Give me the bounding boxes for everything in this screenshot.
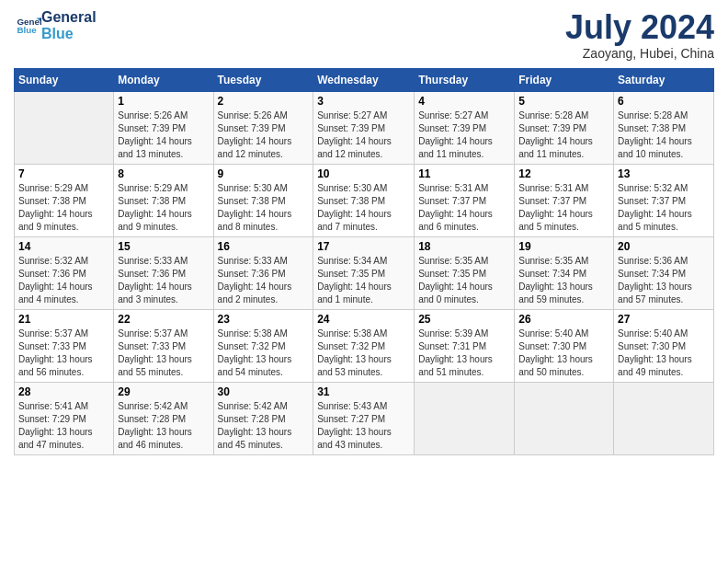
col-sunday: Sunday bbox=[15, 68, 114, 91]
logo-blue: Blue bbox=[41, 26, 97, 42]
day-number: 18 bbox=[418, 240, 510, 253]
calendar-cell: 19Sunrise: 5:35 AM Sunset: 7:34 PM Dayli… bbox=[515, 236, 614, 309]
calendar-cell: 16Sunrise: 5:33 AM Sunset: 7:36 PM Dayli… bbox=[213, 236, 313, 309]
day-info: Sunrise: 5:28 AM Sunset: 7:39 PM Dayligh… bbox=[518, 109, 609, 161]
calendar-week-5: 28Sunrise: 5:41 AM Sunset: 7:29 PM Dayli… bbox=[15, 382, 714, 454]
calendar-cell: 17Sunrise: 5:34 AM Sunset: 7:35 PM Dayli… bbox=[313, 236, 415, 309]
day-number: 12 bbox=[518, 167, 609, 180]
day-info: Sunrise: 5:37 AM Sunset: 7:33 PM Dayligh… bbox=[118, 327, 209, 379]
title-area: July 2024 Zaoyang, Hubei, China bbox=[565, 9, 714, 61]
day-number: 10 bbox=[317, 167, 410, 180]
day-info: Sunrise: 5:37 AM Sunset: 7:33 PM Dayligh… bbox=[18, 327, 109, 379]
calendar-cell: 29Sunrise: 5:42 AM Sunset: 7:28 PM Dayli… bbox=[114, 382, 213, 454]
day-number: 8 bbox=[118, 167, 209, 180]
day-info: Sunrise: 5:36 AM Sunset: 7:34 PM Dayligh… bbox=[618, 255, 710, 306]
calendar-cell: 4Sunrise: 5:27 AM Sunset: 7:39 PM Daylig… bbox=[415, 91, 515, 164]
calendar-cell: 27Sunrise: 5:40 AM Sunset: 7:30 PM Dayli… bbox=[614, 309, 714, 382]
calendar-header-row: Sunday Monday Tuesday Wednesday Thursday… bbox=[15, 68, 714, 91]
calendar-cell: 22Sunrise: 5:37 AM Sunset: 7:33 PM Dayli… bbox=[114, 309, 213, 382]
calendar-cell: 11Sunrise: 5:31 AM Sunset: 7:37 PM Dayli… bbox=[415, 164, 515, 236]
day-number: 26 bbox=[518, 313, 609, 326]
col-saturday: Saturday bbox=[614, 68, 714, 91]
calendar-cell: 15Sunrise: 5:33 AM Sunset: 7:36 PM Dayli… bbox=[114, 236, 213, 309]
col-wednesday: Wednesday bbox=[313, 68, 415, 91]
day-info: Sunrise: 5:26 AM Sunset: 7:39 PM Dayligh… bbox=[218, 109, 310, 161]
day-info: Sunrise: 5:42 AM Sunset: 7:28 PM Dayligh… bbox=[118, 400, 209, 452]
day-info: Sunrise: 5:33 AM Sunset: 7:36 PM Dayligh… bbox=[118, 255, 209, 306]
day-number: 29 bbox=[118, 385, 209, 398]
col-tuesday: Tuesday bbox=[213, 68, 313, 91]
calendar-cell: 18Sunrise: 5:35 AM Sunset: 7:35 PM Dayli… bbox=[415, 236, 515, 309]
day-info: Sunrise: 5:32 AM Sunset: 7:37 PM Dayligh… bbox=[618, 182, 710, 234]
day-info: Sunrise: 5:30 AM Sunset: 7:38 PM Dayligh… bbox=[218, 182, 310, 234]
day-number: 6 bbox=[618, 95, 710, 108]
day-info: Sunrise: 5:29 AM Sunset: 7:38 PM Dayligh… bbox=[18, 182, 109, 234]
calendar-cell: 30Sunrise: 5:42 AM Sunset: 7:28 PM Dayli… bbox=[213, 382, 313, 454]
day-info: Sunrise: 5:26 AM Sunset: 7:39 PM Dayligh… bbox=[118, 109, 209, 161]
calendar-cell: 14Sunrise: 5:32 AM Sunset: 7:36 PM Dayli… bbox=[15, 236, 114, 309]
calendar-cell: 20Sunrise: 5:36 AM Sunset: 7:34 PM Dayli… bbox=[614, 236, 714, 309]
day-info: Sunrise: 5:27 AM Sunset: 7:39 PM Dayligh… bbox=[317, 109, 410, 161]
day-number: 7 bbox=[18, 167, 109, 180]
day-number: 23 bbox=[218, 313, 310, 326]
day-info: Sunrise: 5:40 AM Sunset: 7:30 PM Dayligh… bbox=[618, 327, 710, 379]
calendar-cell: 6Sunrise: 5:28 AM Sunset: 7:38 PM Daylig… bbox=[614, 91, 714, 164]
calendar-cell: 7Sunrise: 5:29 AM Sunset: 7:38 PM Daylig… bbox=[15, 164, 114, 236]
logo-general: General bbox=[41, 9, 97, 26]
day-info: Sunrise: 5:33 AM Sunset: 7:36 PM Dayligh… bbox=[218, 255, 310, 306]
calendar-cell: 28Sunrise: 5:41 AM Sunset: 7:29 PM Dayli… bbox=[15, 382, 114, 454]
day-info: Sunrise: 5:38 AM Sunset: 7:32 PM Dayligh… bbox=[317, 327, 410, 379]
day-info: Sunrise: 5:42 AM Sunset: 7:28 PM Dayligh… bbox=[218, 400, 310, 452]
day-number: 9 bbox=[218, 167, 310, 180]
col-thursday: Thursday bbox=[415, 68, 515, 91]
day-number: 1 bbox=[118, 95, 209, 108]
day-number: 4 bbox=[418, 95, 510, 108]
day-number: 3 bbox=[317, 95, 410, 108]
calendar-cell bbox=[614, 382, 714, 454]
calendar-cell: 1Sunrise: 5:26 AM Sunset: 7:39 PM Daylig… bbox=[114, 91, 213, 164]
calendar-cell: 12Sunrise: 5:31 AM Sunset: 7:37 PM Dayli… bbox=[515, 164, 614, 236]
day-info: Sunrise: 5:29 AM Sunset: 7:38 PM Dayligh… bbox=[118, 182, 209, 234]
day-info: Sunrise: 5:35 AM Sunset: 7:34 PM Dayligh… bbox=[518, 255, 609, 306]
logo-icon: General Blue bbox=[16, 13, 41, 39]
subtitle: Zaoyang, Hubei, China bbox=[565, 46, 714, 61]
day-info: Sunrise: 5:40 AM Sunset: 7:30 PM Dayligh… bbox=[518, 327, 609, 379]
calendar-cell: 8Sunrise: 5:29 AM Sunset: 7:38 PM Daylig… bbox=[114, 164, 213, 236]
day-info: Sunrise: 5:31 AM Sunset: 7:37 PM Dayligh… bbox=[418, 182, 510, 234]
day-number: 27 bbox=[618, 313, 710, 326]
day-number: 22 bbox=[118, 313, 209, 326]
day-info: Sunrise: 5:31 AM Sunset: 7:37 PM Dayligh… bbox=[518, 182, 609, 234]
logo: General Blue General Blue bbox=[14, 9, 97, 41]
calendar-cell: 24Sunrise: 5:38 AM Sunset: 7:32 PM Dayli… bbox=[313, 309, 415, 382]
calendar-cell bbox=[415, 382, 515, 454]
col-monday: Monday bbox=[114, 68, 213, 91]
calendar-week-4: 21Sunrise: 5:37 AM Sunset: 7:33 PM Dayli… bbox=[15, 309, 714, 382]
calendar-cell: 3Sunrise: 5:27 AM Sunset: 7:39 PM Daylig… bbox=[313, 91, 415, 164]
day-number: 31 bbox=[317, 385, 410, 398]
calendar-week-3: 14Sunrise: 5:32 AM Sunset: 7:36 PM Dayli… bbox=[15, 236, 714, 309]
calendar-cell bbox=[15, 91, 114, 164]
day-number: 5 bbox=[518, 95, 609, 108]
day-number: 21 bbox=[18, 313, 109, 326]
calendar-week-1: 1Sunrise: 5:26 AM Sunset: 7:39 PM Daylig… bbox=[15, 91, 714, 164]
day-number: 28 bbox=[18, 385, 109, 398]
svg-text:Blue: Blue bbox=[17, 25, 37, 35]
day-number: 17 bbox=[317, 240, 410, 253]
calendar-table: Sunday Monday Tuesday Wednesday Thursday… bbox=[14, 68, 714, 455]
calendar-cell: 31Sunrise: 5:43 AM Sunset: 7:27 PM Dayli… bbox=[313, 382, 415, 454]
day-number: 25 bbox=[418, 313, 510, 326]
calendar-cell: 5Sunrise: 5:28 AM Sunset: 7:39 PM Daylig… bbox=[515, 91, 614, 164]
day-info: Sunrise: 5:30 AM Sunset: 7:38 PM Dayligh… bbox=[317, 182, 410, 234]
day-number: 15 bbox=[118, 240, 209, 253]
calendar-cell: 2Sunrise: 5:26 AM Sunset: 7:39 PM Daylig… bbox=[213, 91, 313, 164]
day-info: Sunrise: 5:34 AM Sunset: 7:35 PM Dayligh… bbox=[317, 255, 410, 306]
day-number: 11 bbox=[418, 167, 510, 180]
header: General Blue General Blue July 2024 Zaoy… bbox=[14, 9, 714, 61]
day-number: 20 bbox=[618, 240, 710, 253]
day-info: Sunrise: 5:43 AM Sunset: 7:27 PM Dayligh… bbox=[317, 400, 410, 452]
day-info: Sunrise: 5:41 AM Sunset: 7:29 PM Dayligh… bbox=[18, 400, 109, 452]
calendar-cell bbox=[515, 382, 614, 454]
day-number: 19 bbox=[518, 240, 609, 253]
day-info: Sunrise: 5:28 AM Sunset: 7:38 PM Dayligh… bbox=[618, 109, 710, 161]
calendar-cell: 13Sunrise: 5:32 AM Sunset: 7:37 PM Dayli… bbox=[614, 164, 714, 236]
